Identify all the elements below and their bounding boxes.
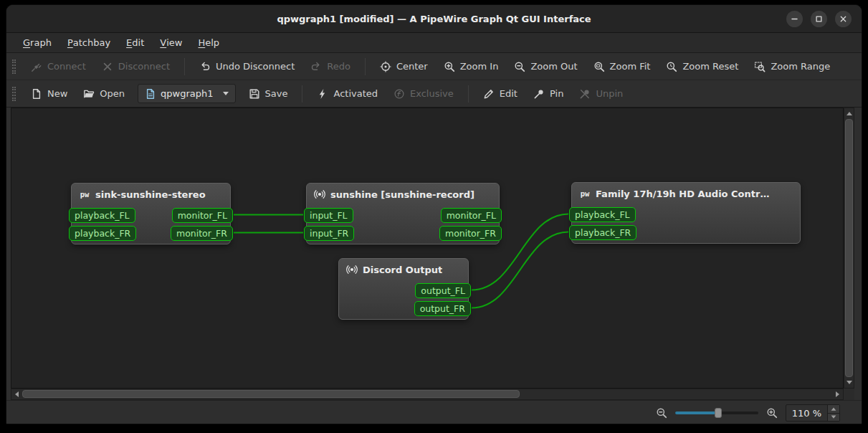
zoom-in-icon[interactable] [766,407,778,419]
menubar: GraphPatchbayEditViewHelp [6,33,862,53]
window-title: qpwgraph1 [modified] — A PipeWire Graph … [277,14,591,24]
port-output_FR[interactable]: output_FR [414,301,471,316]
port-playback_FR[interactable]: playback_FR [69,226,136,241]
toolbar-button-label: Connect [47,61,86,72]
svg-text:pw: pw [80,190,90,199]
pin-button[interactable]: Pin [526,85,571,103]
open-button[interactable]: Open [76,85,132,103]
port-playback_FL[interactable]: playback_FL [569,207,636,222]
node-title: Discord Output [363,265,442,275]
toolbar-separator [302,85,302,103]
toolbar-button-label: Zoom Reset [682,61,738,72]
spin-up-button[interactable] [828,405,839,414]
vertical-scrollbar-thumb[interactable] [845,119,853,377]
exclusive-button: Exclusive [386,85,461,103]
zoom-in-button[interactable]: Zoom In [437,57,506,76]
port-monitor_FL[interactable]: monitor_FL [441,208,502,223]
zoom-out-icon [514,61,525,72]
scroll-left-arrow[interactable] [12,389,22,399]
graph-node-2[interactable]: sunshine [sunshine-record]input_FLinput_… [306,183,500,244]
minimize-button[interactable] [786,11,803,27]
zoom-slider[interactable] [675,406,758,419]
toolbar-separator [365,58,366,75]
scroll-up-arrow[interactable] [844,109,854,118]
undo-disconnect-button[interactable]: Undo Disconnect [192,57,302,76]
toolbar-drag-handle[interactable] [12,87,16,101]
graph-toolbar: ConnectDisconnectUndo DisconnectRedoCent… [6,53,862,80]
save-button[interactable]: Save [242,85,295,103]
port-input_FR[interactable]: input_FR [304,226,354,241]
horizontal-scrollbar[interactable] [11,389,844,400]
maximize-button[interactable] [811,11,827,27]
graph-canvas[interactable]: pwsink-sunshine-stereoplayback_FLplaybac… [11,108,844,389]
zoom-reset-button[interactable]: Zoom Reset [659,57,745,76]
toolbar-button-label: Undo Disconnect [216,61,295,72]
spin-down-button[interactable] [828,414,839,422]
toolbar-button-label: Redo [327,61,350,72]
connection-wires [11,108,844,389]
zoom-spin-arrows [827,405,839,421]
center-button[interactable]: Center [373,57,435,76]
graph-node-1[interactable]: pwsink-sunshine-stereoplayback_FLplaybac… [71,183,231,244]
node-title: Family 17h/19h HD Audio Contr… [596,189,769,199]
edit-icon [483,88,495,100]
toolbar-button-label: Exclusive [410,88,454,99]
port-output_FL[interactable]: output_FL [415,283,471,298]
redo-icon [310,61,322,72]
new-button[interactable]: New [24,85,75,103]
menu-view[interactable]: View [152,33,190,52]
node-title: sink-sunshine-stereo [95,189,206,200]
minimize-icon [789,14,800,24]
menu-graph[interactable]: Graph [15,33,59,52]
horizontal-scrollbar-thumb[interactable] [22,390,520,398]
toolbar-drag-handle[interactable] [12,60,16,74]
zoom-slider-handle[interactable] [715,408,722,418]
patchbay-icon [145,88,156,100]
zoom-fit-button[interactable]: Zoom Fit [586,57,658,76]
pipewire-icon: pw [79,189,90,200]
pipewire-icon: pw [579,188,591,199]
port-input_FL[interactable]: input_FL [304,208,353,223]
exclusive-icon [394,88,405,100]
graph-node-4[interactable]: Discord Outputoutput_FLoutput_FR [338,258,469,320]
graph-node-3[interactable]: pwFamily 17h/19h HD Audio Contr…playback… [571,182,801,244]
node-header[interactable]: pwsink-sunshine-stereo [72,184,230,203]
port-playback_FR[interactable]: playback_FR [569,225,636,240]
node-header[interactable]: Discord Output [339,259,468,278]
port-playback_FL[interactable]: playback_FL [69,208,135,223]
zoom-out-button[interactable]: Zoom Out [507,57,584,76]
toolbar-button-label: New [47,88,67,99]
menu-help[interactable]: Help [190,33,227,52]
toolbar-button-label: Zoom Out [530,61,577,72]
zoom-out-icon[interactable] [656,407,667,419]
zoom-range-icon [754,61,766,72]
node-header[interactable]: pwFamily 17h/19h HD Audio Contr… [572,183,800,202]
chevron-down-icon [223,92,229,95]
scroll-down-arrow[interactable] [844,378,854,387]
activated-button[interactable]: Activated [310,85,385,103]
port-monitor_FR[interactable]: monitor_FR [439,226,502,241]
toolbar-button-label: Zoom Range [771,61,830,72]
new-icon [31,88,42,100]
zoom-spinbox[interactable]: 110 % [786,404,840,422]
titlebar: qpwgraph1 [modified] — A PipeWire Graph … [6,5,862,33]
patchbay-combobox[interactable]: qpwgraph1 [138,84,235,103]
scroll-right-arrow[interactable] [833,389,842,399]
port-monitor_FR[interactable]: monitor_FR [171,226,233,241]
toolbar-separator [468,85,469,103]
zoom-value: 110 % [786,405,827,421]
edit-button[interactable]: Edit [476,85,525,103]
toolbar-button-label: Unpin [596,88,623,99]
close-button[interactable] [835,11,852,27]
port-monitor_FL[interactable]: monitor_FL [172,208,233,223]
zoom-range-button[interactable]: Zoom Range [747,57,837,76]
unpin-button: Unpin [572,85,630,103]
disconnect-icon [102,61,113,72]
node-header[interactable]: sunshine [sunshine-record] [307,184,499,203]
window-controls [786,11,852,27]
statusbar: 110 % [6,400,862,424]
disconnect-button: Disconnect [95,57,177,76]
menu-patchbay[interactable]: Patchbay [59,33,118,52]
menu-edit[interactable]: Edit [118,33,152,52]
vertical-scrollbar[interactable] [844,108,854,389]
